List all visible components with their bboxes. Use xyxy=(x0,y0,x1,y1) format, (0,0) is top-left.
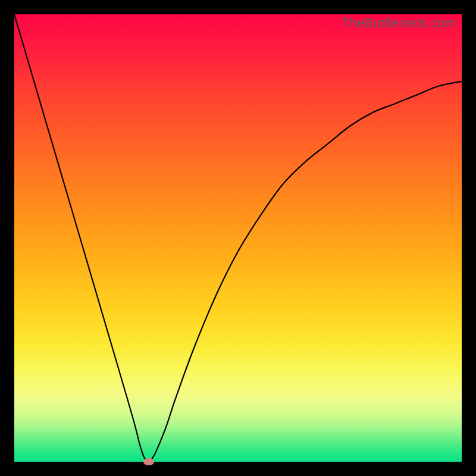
chart-frame: TheBottleneck.com xyxy=(0,0,476,476)
bottleneck-curve xyxy=(14,14,462,462)
optimum-marker xyxy=(143,458,154,465)
watermark-label: TheBottleneck.com xyxy=(342,15,456,31)
plot-area: TheBottleneck.com xyxy=(14,14,462,462)
